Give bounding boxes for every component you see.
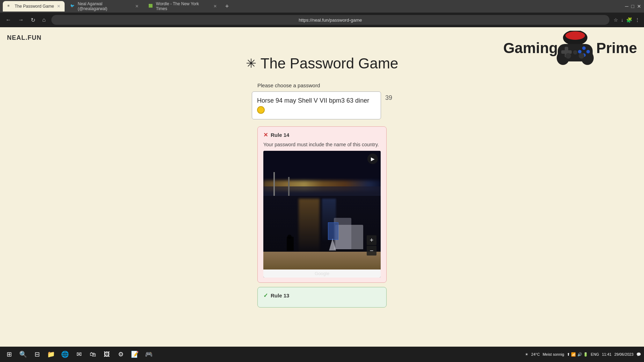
rule-13-card: ✓ Rule 13	[257, 287, 387, 308]
svg-point-13	[579, 53, 584, 59]
photos-btn[interactable]: 🖼	[101, 348, 113, 361]
browser-chrome: ✳ The Password Game ✕ 🐦 Neal Agarwal (@n…	[0, 0, 644, 27]
tab-inactive-2[interactable]: 🟩 Wordle - The New York Times ✕	[144, 1, 221, 12]
toolbar-icons: ☆ ↓ 🧩 ⋮	[614, 17, 640, 23]
rule-14-text: Your password must include the name of t…	[263, 142, 381, 147]
new-tab-btn[interactable]: +	[222, 3, 232, 10]
gaming-prime-text-2: Prime	[596, 40, 637, 57]
site-logo[interactable]: NEAL.FUN	[7, 34, 42, 42]
taskbar-right: ☀ 24°C Meist sonnig ⬆ 📶 🔊 🔋 ENG 11:41 29…	[525, 352, 641, 357]
person-head	[287, 235, 292, 239]
google-bar: Google	[263, 269, 381, 278]
page-title: ✳ The Password Game	[246, 55, 398, 72]
minimize-btn[interactable]: ─	[625, 3, 629, 9]
gamepad-icon	[554, 31, 596, 66]
star-icon[interactable]: ☆	[614, 17, 618, 23]
rule-fail-icon: ✕	[263, 132, 268, 138]
explorer-btn[interactable]: 📁	[45, 348, 57, 361]
tab-active[interactable]: ✳ The Password Game ✕	[3, 1, 65, 12]
zoom-in-btn[interactable]: +	[367, 235, 376, 245]
tab-label-2: Neal Agarwal (@nealagarwal)	[78, 1, 132, 11]
gaming-prime-text: Gaming	[503, 40, 558, 57]
person-silhouette	[287, 237, 294, 251]
char-count: 39	[385, 94, 392, 102]
refresh-btn[interactable]: ↻	[29, 15, 37, 25]
rule-14-card: ✕ Rule 14 Your password must include the…	[257, 126, 387, 283]
tab-close-btn-2[interactable]: ✕	[135, 4, 139, 9]
rule-pass-icon: ✓	[263, 292, 268, 299]
notification-btn[interactable]: 💬	[636, 352, 641, 357]
password-label: Please choose a password	[257, 82, 320, 88]
close-window-btn[interactable]: ✕	[637, 3, 641, 9]
weather-icon: ☀	[525, 352, 528, 357]
streetview-expand-btn[interactable]: ▶	[367, 154, 378, 164]
svg-point-8	[586, 50, 590, 53]
page-content: NEAL.FUN Gaming	[0, 27, 644, 328]
taskbar-icons-right: ⬆ 📶 🔊 🔋	[567, 352, 588, 357]
taskbar: ⊞ 🔍 ⊟ 📁 🌐 ✉ 🛍 🖼 ⚙ 📝 🎮 ☀ 24°C Meist sonni…	[0, 347, 644, 362]
weather-label: Meist sonnig	[543, 352, 564, 356]
rule-14-header: ✕ Rule 14	[263, 132, 381, 138]
street-view-container: ▶ + − Google	[263, 151, 381, 278]
rule-13-header: ✓ Rule 13	[263, 292, 381, 299]
title-star-icon: ✳	[246, 56, 256, 71]
task-view-btn[interactable]: ⊟	[31, 348, 43, 361]
more-btn[interactable]: ⋮	[635, 17, 640, 23]
pavement	[263, 252, 381, 269]
store-btn[interactable]: 🛍	[87, 348, 99, 361]
url-text: https://neal.fun/password-game	[299, 17, 362, 23]
time: 11:41	[602, 352, 612, 356]
password-input[interactable]: Horse 94 may Shell V VII bpm3 63 diner	[252, 91, 381, 119]
tab-label: The Password Game	[15, 4, 54, 9]
game-btn[interactable]: 🎮	[142, 348, 155, 361]
home-btn[interactable]: ⌂	[41, 15, 47, 24]
tab-close-btn[interactable]: ✕	[57, 4, 60, 9]
svg-point-1	[565, 31, 585, 40]
tab-favicon-3: 🟩	[148, 4, 153, 9]
tab-label-3: Wordle - The New York Times	[156, 1, 211, 11]
street-view-image: ▶ + −	[263, 151, 381, 269]
settings-btn[interactable]: ⚙	[115, 348, 127, 361]
tab-bar: ✳ The Password Game ✕ 🐦 Neal Agarwal (@n…	[0, 0, 644, 13]
svg-point-11	[573, 50, 577, 54]
zoom-out-btn[interactable]: −	[367, 246, 376, 256]
back-btn[interactable]: ←	[4, 15, 13, 24]
temperature: 24°C	[531, 352, 540, 356]
svg-point-9	[578, 50, 581, 53]
password-section: Horse 94 may Shell V VII bpm3 63 diner 3…	[252, 91, 392, 119]
tab-favicon: ✳	[7, 4, 12, 9]
address-bar: ← → ↻ ⌂ https://neal.fun/password-game ☆…	[0, 13, 644, 27]
svg-point-7	[582, 46, 586, 50]
rules-container: ✕ Rule 14 Your password must include the…	[257, 126, 387, 308]
mail-btn[interactable]: ✉	[73, 348, 85, 361]
search-taskbar-btn[interactable]: 🔍	[17, 348, 29, 361]
extensions-icon[interactable]: 🧩	[626, 17, 632, 23]
download-icon[interactable]: ↓	[621, 17, 623, 23]
tab-inactive-1[interactable]: 🐦 Neal Agarwal (@nealagarwal) ✕	[66, 1, 143, 12]
tab-favicon-2: 🐦	[70, 4, 75, 9]
language: ENG	[591, 352, 599, 356]
forward-btn[interactable]: →	[17, 15, 25, 24]
title-text: The Password Game	[261, 55, 398, 72]
chrome-btn[interactable]: 🌐	[59, 348, 71, 361]
moon-emoji	[257, 106, 265, 114]
tab-close-btn-3[interactable]: ✕	[213, 4, 217, 9]
url-bar[interactable]: https://neal.fun/password-game	[51, 15, 609, 25]
zoom-controls: + −	[367, 235, 376, 256]
sign-board	[328, 222, 338, 240]
rule-14-label: Rule 14	[271, 132, 289, 138]
maximize-btn[interactable]: □	[631, 3, 634, 9]
google-label: Google	[315, 271, 329, 276]
rule-13-label: Rule 13	[271, 293, 289, 298]
vscode-btn[interactable]: 📝	[129, 348, 141, 361]
date: 29/06/2023	[614, 352, 634, 356]
start-btn[interactable]: ⊞	[3, 348, 15, 361]
gaming-prime-logo: Gaming Prime	[503, 31, 637, 66]
svg-point-12	[565, 53, 571, 59]
